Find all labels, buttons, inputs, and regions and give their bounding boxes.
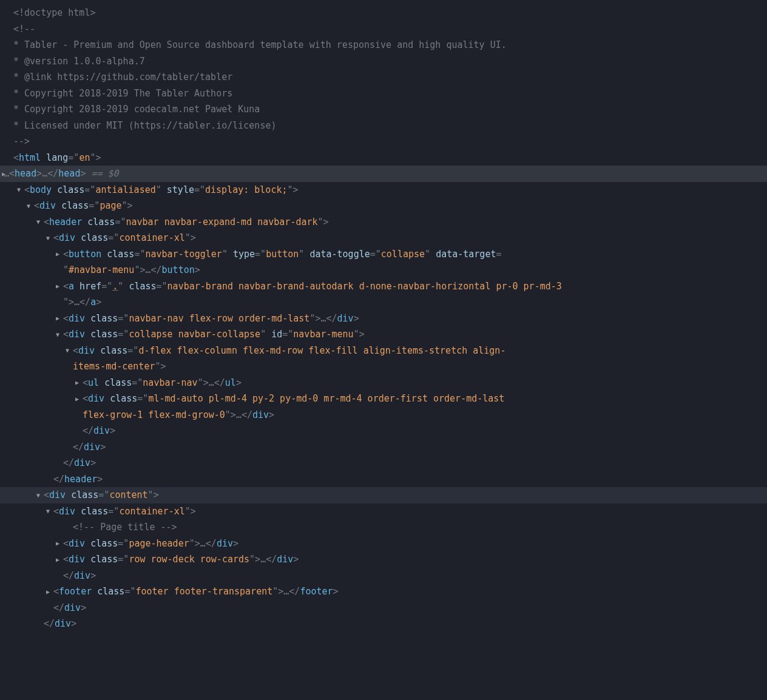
disclosure-triangle-closed-icon[interactable]: ▶ <box>75 375 83 391</box>
code-line[interactable]: ▶<!doctype html> <box>0 5 767 21</box>
header-tag[interactable]: ▼<header class="navbar navbar-expand-md … <box>0 214 767 231</box>
div-container-xl[interactable]: ▼<div class="container-xl"> <box>0 230 767 246</box>
head-tag-selected[interactable]: …▶<head>…</head> == $0 <box>0 166 767 182</box>
close-header-tag[interactable]: ▶</header> <box>0 471 767 488</box>
close-tag[interactable]: ▶</div> <box>0 600 767 616</box>
comment-line[interactable]: ▶* Tabler - Premium and Open Source dash… <box>0 37 767 53</box>
disclosure-triangle-closed-icon[interactable]: ▶ <box>56 311 63 326</box>
disclosure-triangle-closed-icon[interactable]: ▶ <box>56 552 63 568</box>
close-tag[interactable]: ▶</div> <box>0 568 767 584</box>
div-row-deck[interactable]: ▶<div class="row row-deck row-cards">…</… <box>0 551 767 568</box>
comment-line[interactable]: ▶* @version 1.0.0-alpha.7 <box>0 53 767 70</box>
comment-line[interactable]: ▶<!-- <box>0 21 767 38</box>
code-line-wrap[interactable]: ▶"#navbar-menu">…</button> <box>0 262 767 278</box>
disclosure-triangle-closed-icon[interactable]: ▶ <box>56 278 63 294</box>
code-line-wrap[interactable]: ▶">…</a> <box>0 294 767 311</box>
a-navbar-brand[interactable]: ▶<a href="." class="navbar-brand navbar-… <box>0 278 767 295</box>
close-tag[interactable]: ▶</div> <box>0 616 767 632</box>
devtools-elements-panel: ▶<!doctype html> ▶<!-- ▶* Tabler - Premi… <box>0 0 767 656</box>
disclosure-triangle-open-icon[interactable]: ▼ <box>56 327 63 343</box>
disclosure-triangle-closed-icon[interactable]: ▶ <box>2 166 9 182</box>
disclosure-triangle-open-icon[interactable]: ▼ <box>17 182 24 198</box>
disclosure-triangle-open-icon[interactable]: ▼ <box>27 198 34 214</box>
disclosure-triangle-open-icon[interactable]: ▼ <box>46 231 53 246</box>
disclosure-triangle-closed-icon[interactable]: ▶ <box>46 584 53 600</box>
code-line-wrap[interactable]: ▶items-md-center"> <box>0 358 767 375</box>
div-navbar-nav-flexrow[interactable]: ▶<div class="navbar-nav flex-row order-m… <box>0 311 767 327</box>
disclosure-triangle-closed-icon[interactable]: ▶ <box>56 536 63 551</box>
div-content-highlighted[interactable]: ▼<div class="content"> <box>0 487 767 503</box>
comment-line[interactable]: ▶--> <box>0 133 767 150</box>
footer-tag[interactable]: ▶<footer class="footer footer-transparen… <box>0 584 767 600</box>
div-navbar-collapse[interactable]: ▼<div class="collapse navbar-collapse" i… <box>0 326 767 343</box>
code-line-wrap[interactable]: ▶flex-grow-1 flex-md-grow-0">…</div> <box>0 407 767 423</box>
disclosure-triangle-closed-icon[interactable]: ▶ <box>56 246 63 262</box>
button-navbar-toggler[interactable]: ▶<button class="navbar-toggler" type="bu… <box>0 246 767 263</box>
close-tag[interactable]: ▶</div> <box>0 439 767 456</box>
comment-line[interactable]: ▶* Licensed under MIT (https://tabler.io… <box>0 118 767 134</box>
disclosure-triangle-open-icon[interactable]: ▼ <box>36 488 44 503</box>
comment-line[interactable]: ▶* @link https://github.com/tabler/table… <box>0 69 767 86</box>
close-tag[interactable]: ▶</div> <box>0 423 767 439</box>
close-tag[interactable]: ▶</div> <box>0 455 767 471</box>
body-tag[interactable]: ▼<body class="antialiased" style="displa… <box>0 182 767 198</box>
comment-line[interactable]: ▶* Copyright 2018-2019 codecalm.net Pawe… <box>0 101 767 118</box>
comment-line[interactable]: ▶<!-- Page title --> <box>0 519 767 536</box>
disclosure-triangle-closed-icon[interactable]: ▶ <box>75 391 83 407</box>
comment-line[interactable]: ▶* Copyright 2018-2019 The Tabler Author… <box>0 86 767 102</box>
disclosure-triangle-open-icon[interactable]: ▼ <box>66 343 73 358</box>
div-page-header[interactable]: ▶<div class="page-header">…</div> <box>0 536 767 552</box>
div-container-xl[interactable]: ▼<div class="container-xl"> <box>0 503 767 520</box>
disclosure-triangle-open-icon[interactable]: ▼ <box>46 503 53 519</box>
html-tag[interactable]: ▶<html lang="en"> <box>0 150 767 166</box>
div-d-flex[interactable]: ▼<div class="d-flex flex-column flex-md-… <box>0 343 767 359</box>
ul-navbar-nav[interactable]: ▶<ul class="navbar-nav">…</ul> <box>0 375 767 391</box>
div-ml-md-auto[interactable]: ▶<div class="ml-md-auto pl-md-4 py-2 py-… <box>0 391 767 407</box>
div-page[interactable]: ▼<div class="page"> <box>0 198 767 214</box>
disclosure-triangle-open-icon[interactable]: ▼ <box>36 214 44 230</box>
